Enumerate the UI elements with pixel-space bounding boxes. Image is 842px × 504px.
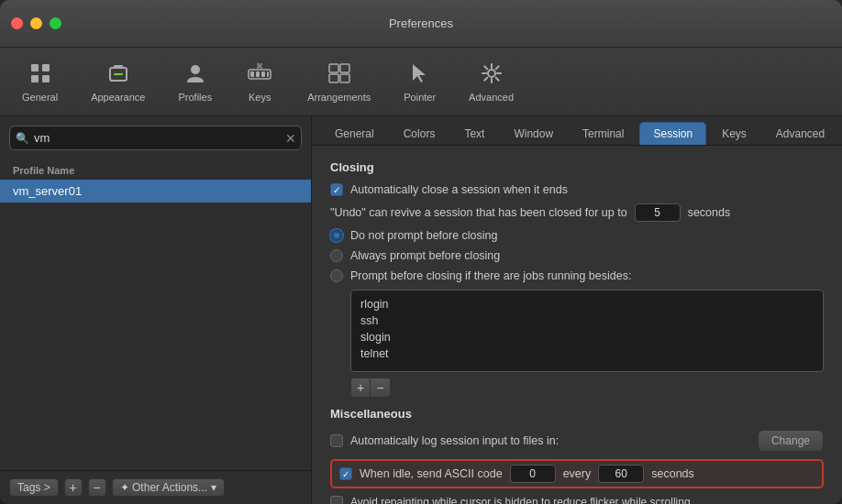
- auto-log-row: Automatically log session input to files…: [330, 430, 824, 452]
- remove-profile-button[interactable]: −: [88, 478, 106, 497]
- toolbar-item-pointer[interactable]: Pointer: [396, 55, 443, 106]
- undo-seconds-suffix: seconds: [688, 206, 731, 219]
- undo-label: "Undo" can revive a session that has bee…: [330, 206, 627, 219]
- idle-ascii-label: When idle, send ASCII code: [360, 467, 503, 480]
- jobs-list: rlogin ssh slogin telnet: [350, 290, 824, 372]
- auto-close-label: Automatically close a session when it en…: [350, 183, 568, 196]
- profiles-header: Profile Name: [0, 159, 311, 180]
- svg-rect-5: [114, 65, 123, 69]
- window-title: Preferences: [389, 16, 453, 30]
- toolbar-item-appearance[interactable]: Appearance: [83, 55, 152, 106]
- add-profile-button[interactable]: +: [64, 478, 83, 497]
- idle-ascii-row: ✓ When idle, send ASCII code every secon…: [330, 459, 824, 488]
- svg-rect-15: [340, 64, 349, 72]
- job-list-controls: + −: [350, 378, 824, 398]
- preferences-window: Preferences General: [0, 0, 842, 504]
- auto-close-checkbox[interactable]: ✓: [330, 183, 343, 196]
- profile-item[interactable]: vm_server01: [0, 180, 311, 203]
- keys-icon: ⌘: [245, 59, 274, 88]
- auto-log-label: Automatically log session input to files…: [350, 434, 559, 447]
- window-controls: [11, 17, 61, 29]
- avoid-repaint-checkbox[interactable]: [330, 496, 343, 504]
- always-prompt-radio[interactable]: [330, 249, 343, 262]
- appearance-icon: [104, 59, 133, 88]
- list-item: slogin: [357, 329, 817, 345]
- misc-section: Miscellaneous Automatically log session …: [330, 407, 824, 504]
- change-button[interactable]: Change: [758, 430, 824, 452]
- tab-colors[interactable]: Colors: [390, 122, 449, 145]
- idle-ascii-input[interactable]: [510, 465, 556, 483]
- avoid-repaint-row: Avoid repainting while cursor is hidden …: [330, 496, 824, 504]
- advanced-icon: [477, 59, 506, 88]
- toolbar-item-arrangements[interactable]: Arrangements: [300, 55, 378, 106]
- content-area: 🔍 ✕ Profile Name vm_server01 Tags > + − …: [0, 116, 842, 504]
- auto-close-row: ✓ Automatically close a session when it …: [330, 183, 824, 196]
- svg-rect-11: [261, 71, 265, 77]
- list-item: rlogin: [357, 296, 817, 312]
- other-actions-label: ✦ Other Actions...: [120, 481, 207, 494]
- toolbar-item-profiles[interactable]: Profiles: [171, 55, 219, 106]
- svg-rect-0: [31, 64, 39, 71]
- idle-every-label: every: [563, 467, 592, 480]
- general-icon: [26, 59, 55, 88]
- toolbar-item-advanced[interactable]: Advanced: [461, 55, 521, 106]
- no-prompt-radio[interactable]: [330, 229, 343, 242]
- no-prompt-label: Do not prompt before closing: [350, 229, 498, 242]
- keys-label: Keys: [249, 92, 271, 103]
- close-button[interactable]: [11, 17, 23, 29]
- pointer-icon: [405, 59, 435, 88]
- appearance-label: Appearance: [91, 92, 145, 103]
- tab-keys[interactable]: Keys: [708, 122, 760, 145]
- idle-seconds-input[interactable]: [598, 465, 644, 483]
- undo-row: "Undo" can revive a session that has bee…: [330, 203, 824, 222]
- svg-rect-16: [329, 74, 338, 82]
- svg-rect-17: [340, 74, 349, 82]
- auto-log-checkbox[interactable]: [330, 434, 343, 447]
- add-job-button[interactable]: +: [350, 378, 371, 398]
- tab-text[interactable]: Text: [450, 122, 498, 145]
- general-label: General: [22, 92, 58, 103]
- main-panel: General Colors Text Window Terminal Sess…: [312, 116, 842, 504]
- list-item: telnet: [357, 345, 817, 362]
- tab-advanced[interactable]: Advanced: [762, 122, 838, 145]
- profiles-icon: [181, 59, 210, 88]
- idle-ascii-checkbox[interactable]: ✓: [339, 467, 352, 480]
- svg-rect-2: [31, 75, 39, 82]
- tab-terminal[interactable]: Terminal: [569, 122, 637, 145]
- toolbar-item-general[interactable]: General: [15, 55, 65, 106]
- minimize-button[interactable]: [30, 17, 42, 29]
- idle-seconds-suffix: seconds: [651, 467, 694, 480]
- tabs-bar: General Colors Text Window Terminal Sess…: [312, 116, 842, 146]
- svg-rect-10: [256, 71, 260, 77]
- titlebar: Preferences: [0, 0, 842, 48]
- svg-rect-1: [42, 64, 50, 71]
- avoid-repaint-label: Avoid repainting while cursor is hidden …: [350, 496, 691, 504]
- remove-job-button[interactable]: −: [371, 378, 391, 398]
- search-clear-icon[interactable]: ✕: [285, 132, 296, 145]
- sidebar-bottom: Tags > + − ✦ Other Actions... ▾: [0, 470, 311, 504]
- maximize-button[interactable]: [50, 17, 61, 29]
- sidebar: 🔍 ✕ Profile Name vm_server01 Tags > + − …: [0, 116, 312, 504]
- search-icon: 🔍: [16, 132, 29, 145]
- prompt-if-jobs-label: Prompt before closing if there are jobs …: [350, 269, 631, 282]
- tags-button[interactable]: Tags >: [9, 478, 59, 497]
- prompt-if-jobs-row: Prompt before closing if there are jobs …: [330, 269, 824, 282]
- session-panel: Closing ✓ Automatically close a session …: [312, 146, 842, 504]
- tab-session[interactable]: Session: [639, 122, 706, 145]
- other-actions-button[interactable]: ✦ Other Actions... ▾: [112, 478, 225, 497]
- closing-title: Closing: [330, 160, 824, 174]
- advanced-label: Advanced: [469, 92, 514, 103]
- no-prompt-row: Do not prompt before closing: [330, 229, 824, 242]
- profiles-label: Profiles: [178, 92, 212, 103]
- search-box: 🔍 ✕: [9, 126, 302, 150]
- prompt-if-jobs-radio[interactable]: [330, 269, 343, 282]
- undo-seconds-input[interactable]: [635, 203, 681, 222]
- search-input[interactable]: [9, 126, 302, 150]
- toolbar-item-keys[interactable]: ⌘ Keys: [238, 55, 282, 106]
- svg-marker-18: [413, 64, 426, 82]
- arrangements-label: Arrangements: [307, 92, 371, 103]
- tab-window[interactable]: Window: [500, 122, 567, 145]
- always-prompt-row: Always prompt before closing: [330, 249, 824, 262]
- profiles-list: Profile Name vm_server01: [0, 159, 311, 470]
- tab-general[interactable]: General: [321, 122, 388, 145]
